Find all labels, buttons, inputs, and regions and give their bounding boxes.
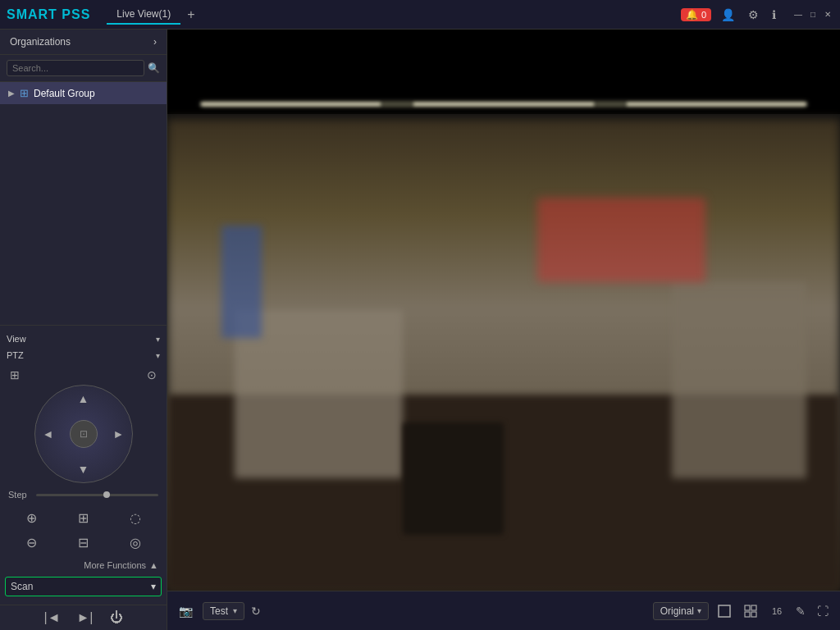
view-control-row[interactable]: View ▾: [0, 331, 167, 347]
focus-in-button[interactable]: ⊞: [58, 506, 108, 529]
cubicle-right: [672, 282, 806, 478]
red-sign-area: [537, 198, 705, 282]
info-icon[interactable]: ℹ: [769, 7, 779, 23]
ptz-mouse-icon[interactable]: ⊙: [147, 368, 157, 381]
search-icon[interactable]: 🔍: [148, 62, 160, 74]
dark-element-center: [403, 422, 504, 535]
ptz-arrow-icon: ▾: [156, 351, 160, 360]
skip-back-button[interactable]: |◄: [44, 610, 61, 625]
ceiling-lights-row: [201, 103, 806, 106]
ptz-up-button[interactable]: ▲: [75, 390, 92, 407]
organizations-arrow-icon: ›: [153, 36, 157, 48]
titlebar: SMART PSS Live View(1) + 🔔 0 👤 ⚙ ℹ — □ ✕…: [0, 0, 840, 30]
resolution-label: Original: [660, 605, 694, 617]
layout-16-button[interactable]: 16: [766, 600, 788, 622]
tab-bar: Live View(1) +: [107, 5, 681, 25]
minimize-button[interactable]: —: [792, 9, 804, 21]
alert-count: 0: [701, 10, 706, 20]
user-icon[interactable]: 👤: [718, 7, 738, 23]
focus-out-button[interactable]: ⊟: [58, 531, 108, 554]
default-group-expand-icon: ▶: [8, 89, 15, 98]
sidebar-organizations[interactable]: Organizations ›: [0, 30, 167, 55]
channel-select[interactable]: Test ▾: [203, 602, 244, 620]
sidebar: Organizations › 🔍 ▶ ⊞ Default Group View…: [0, 30, 167, 630]
window-controls: — □ ✕: [792, 9, 833, 21]
svg-rect-2: [751, 605, 756, 610]
tab-live-view-label: Live View(1): [116, 8, 171, 20]
ptz-right-button[interactable]: ►: [111, 426, 127, 442]
bottom-bar-right: Original ▾ 16 ✎ ⛶: [653, 600, 832, 622]
view-arrow-icon: ▾: [156, 335, 160, 344]
maximize-button[interactable]: □: [807, 9, 819, 21]
ptz-left-button[interactable]: ◄: [40, 426, 57, 442]
ptz-label: PTZ: [7, 350, 24, 360]
ptz-preset-icons: ⊞: [10, 368, 20, 381]
skip-forward-button[interactable]: ►|: [77, 610, 94, 625]
controls-section: View ▾ PTZ ▾ ⊞ ⊙ ▲ ▼ ◄: [0, 325, 167, 605]
ptz-center-button[interactable]: ⊡: [70, 420, 98, 448]
iris-close-button[interactable]: ◎: [110, 531, 160, 554]
alert-badge[interactable]: 🔔 0: [681, 8, 711, 21]
ptz-control-row[interactable]: PTZ ▾: [0, 347, 167, 363]
logo-smart: SMART: [7, 7, 57, 21]
video-feed: [167, 30, 840, 591]
ptz-grid-icon[interactable]: ⊞: [10, 368, 20, 381]
default-group-label: Default Group: [34, 88, 95, 99]
blue-element: [221, 226, 262, 338]
ptz-joystick[interactable]: ▲ ▼ ◄ ► ⊡: [34, 385, 133, 483]
ptz-top-row: ⊞ ⊙: [0, 368, 167, 381]
step-row: Step: [0, 486, 167, 503]
camera-icon[interactable]: 📷: [176, 601, 196, 621]
video-area: 📷 Test ▾ ↻ Original ▾ 16 ✎ ⛶: [167, 30, 840, 630]
scan-select-inner: Scan ▾: [11, 581, 156, 592]
channel-name-label: Test: [210, 605, 228, 617]
app-logo: SMART PSS: [7, 7, 90, 22]
organizations-label: Organizations: [10, 36, 71, 48]
svg-rect-1: [745, 605, 750, 610]
video-bottom-bar: 📷 Test ▾ ↻ Original ▾ 16 ✎ ⛶: [167, 591, 840, 630]
ptz-joystick-area: ⊞ ⊙ ▲ ▼ ◄ ► ⊡: [0, 363, 167, 486]
fullscreen-button[interactable]: ⛶: [814, 601, 832, 621]
ptz-down-button[interactable]: ▼: [75, 461, 92, 477]
step-slider-thumb: [103, 491, 110, 498]
step-slider[interactable]: [36, 494, 158, 496]
svg-rect-0: [719, 605, 730, 617]
tab-live-view[interactable]: Live View(1): [107, 5, 180, 25]
svg-rect-3: [745, 612, 750, 617]
refresh-button[interactable]: ↻: [251, 605, 261, 618]
close-button[interactable]: ✕: [822, 9, 833, 21]
svg-rect-4: [751, 612, 756, 617]
settings-icon[interactable]: ⚙: [745, 7, 762, 23]
zoom-out-button[interactable]: ⊖: [7, 531, 57, 554]
view-label: View: [7, 334, 26, 344]
ptz-center-icon: ⊡: [80, 428, 88, 440]
group-icon: ⊞: [20, 87, 29, 99]
power-button[interactable]: ⏻: [110, 610, 123, 625]
iris-open-button[interactable]: ◌: [110, 506, 160, 529]
default-group-item[interactable]: ▶ ⊞ Default Group: [0, 82, 167, 104]
search-input[interactable]: [7, 60, 144, 76]
more-functions-collapse-icon: ▲: [149, 560, 158, 570]
titlebar-right: 🔔 0 👤 ⚙ ℹ — □ ✕: [681, 7, 833, 23]
sidebar-bottom-controls: |◄ ►| ⏻: [0, 605, 167, 630]
layout-2x2-button[interactable]: [740, 600, 761, 622]
more-functions-label: More Functions: [84, 560, 146, 570]
resolution-arrow-icon: ▾: [697, 606, 701, 615]
camera-list-area: [0, 104, 167, 325]
logo-pss: PSS: [62, 7, 90, 21]
resolution-select[interactable]: Original ▾: [653, 602, 709, 620]
step-label: Step: [8, 490, 31, 500]
layout-1x1-button[interactable]: [714, 600, 735, 622]
edit-icon[interactable]: ✎: [792, 601, 809, 621]
scan-label: Scan: [11, 581, 33, 592]
scan-dropdown-arrow-icon: ▾: [151, 581, 156, 592]
channel-arrow-icon: ▾: [233, 606, 237, 615]
ptz-buttons-grid: ⊕ ⊞ ◌ ⊖ ⊟ ◎: [0, 503, 167, 557]
more-functions-row[interactable]: More Functions ▲: [0, 557, 167, 573]
scan-row: Scan ▾: [0, 573, 167, 600]
tab-add-button[interactable]: +: [180, 7, 201, 22]
alert-icon: 🔔: [686, 9, 698, 21]
scan-select[interactable]: Scan ▾: [5, 577, 162, 596]
zoom-in-button[interactable]: ⊕: [7, 506, 57, 529]
video-black-top: [167, 30, 840, 114]
